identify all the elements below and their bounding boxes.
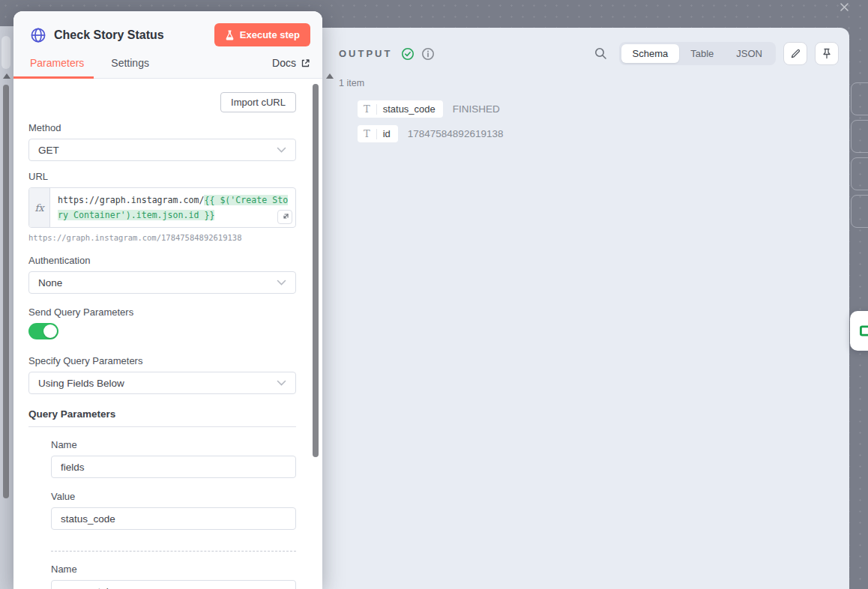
input-panel-edge: [0, 26, 13, 589]
authentication-value: None: [38, 277, 62, 289]
scroll-up-arrow[interactable]: [326, 73, 334, 79]
toggle-knob: [43, 324, 57, 338]
settings-panel-scrollbar[interactable]: [313, 84, 319, 457]
pin-icon: [822, 48, 832, 59]
background-node-outline: [851, 82, 868, 115]
url-expression-text[interactable]: https://graph.instagram.com/{{ $('Create…: [50, 188, 295, 227]
docs-link[interactable]: Docs: [272, 57, 310, 69]
pill-divider: [376, 104, 377, 115]
flask-icon: [225, 30, 235, 40]
authentication-label: Authentication: [28, 255, 296, 266]
output-header: OUTPUT Schema Table JSON: [339, 42, 839, 65]
edit-output-button[interactable]: [783, 42, 807, 65]
url-resolved-preview: https://graph.instagram.com/178475848926…: [28, 233, 296, 242]
url-expression-field[interactable]: fx https://graph.instagram.com/{{ $('Cre…: [28, 187, 296, 228]
scroll-up-arrow[interactable]: [3, 73, 10, 79]
param-name-input[interactable]: [51, 580, 296, 589]
param-value-input[interactable]: [51, 507, 296, 530]
background-node-outline: [851, 157, 868, 190]
pencil-icon: [790, 48, 801, 59]
schema-value: 17847584892619138: [408, 128, 504, 139]
pin-data-button[interactable]: [815, 42, 839, 65]
param-name-input[interactable]: [51, 456, 296, 478]
text-type-icon: T: [364, 129, 370, 139]
parameters-form: Import cURL Method GET URL fx https://gr…: [13, 79, 322, 589]
edge-floating-button[interactable]: [850, 311, 868, 351]
schema-key-pill[interactable]: T id: [358, 125, 398, 142]
method-value: GET: [38, 145, 59, 156]
query-parameter-item: Name Value: [51, 439, 296, 530]
method-label: Method: [28, 122, 296, 133]
parameter-divider: [51, 551, 296, 552]
chevron-down-icon: [277, 280, 286, 286]
schema-view: T status_code FINISHED T id 178475848926…: [358, 100, 839, 143]
specify-query-parameters-value: Using Fields Below: [38, 378, 124, 389]
pill-divider: [376, 129, 377, 139]
tab-schema[interactable]: Schema: [621, 44, 680, 63]
param-name-label: Name: [51, 564, 296, 575]
open-expression-editor-button[interactable]: [277, 210, 292, 224]
url-plain-part: https://graph.instagram.com/: [58, 195, 204, 205]
tab-json[interactable]: JSON: [725, 44, 774, 63]
input-panel-scrollbar[interactable]: [3, 85, 9, 498]
schema-key: id: [383, 128, 391, 139]
specify-query-parameters-label: Specify Query Parameters: [28, 355, 296, 366]
authentication-select[interactable]: None: [28, 271, 296, 294]
send-query-parameters-toggle[interactable]: [28, 323, 58, 339]
expand-expression-icon: [281, 213, 289, 221]
close-icon[interactable]: [839, 1, 850, 13]
query-parameters-section-title: Query Parameters: [28, 408, 296, 427]
param-name-label: Name: [51, 439, 296, 450]
active-tab-underline: [13, 76, 94, 79]
method-select[interactable]: GET: [28, 139, 296, 161]
output-panel: OUTPUT Schema Table JSON: [322, 28, 849, 589]
check-circle-icon: [401, 47, 415, 61]
tab-parameters[interactable]: Parameters: [30, 57, 84, 69]
output-title: OUTPUT: [339, 48, 392, 59]
schema-value: FINISHED: [453, 103, 500, 115]
output-view-switcher: Schema Table JSON: [619, 42, 776, 65]
globe-icon: [30, 27, 46, 43]
import-curl-button[interactable]: Import cURL: [220, 92, 296, 112]
schema-row[interactable]: T id 17847584892619138: [358, 124, 839, 143]
tab-table[interactable]: Table: [679, 44, 725, 63]
external-link-icon: [301, 58, 310, 68]
fx-badge: fx: [29, 188, 50, 227]
output-items-count: 1 item: [339, 78, 839, 88]
specify-query-parameters-select[interactable]: Using Fields Below: [28, 372, 296, 394]
docs-link-label: Docs: [272, 57, 296, 69]
background-node-outline: [851, 120, 868, 153]
query-parameter-item: Name: [51, 564, 296, 589]
send-query-parameters-label: Send Query Parameters: [28, 306, 296, 318]
param-value-label: Value: [51, 491, 296, 502]
chevron-down-icon: [277, 147, 286, 153]
schema-key: status_code: [383, 103, 435, 115]
execute-step-label: Execute step: [240, 29, 300, 40]
input-panel-edge-block: [1, 36, 10, 69]
tab-settings[interactable]: Settings: [111, 57, 149, 69]
execute-step-button[interactable]: Execute step: [214, 23, 310, 46]
node-settings-header: Check Story Status Execute step Paramete…: [13, 11, 322, 79]
node-title[interactable]: Check Story Status: [54, 28, 164, 42]
green-square-logo-icon: [860, 325, 868, 336]
chevron-down-icon: [277, 380, 286, 386]
url-label: URL: [28, 171, 296, 182]
text-type-icon: T: [364, 104, 370, 114]
schema-key-pill[interactable]: T status_code: [358, 100, 443, 118]
schema-row[interactable]: T status_code FINISHED: [358, 100, 839, 118]
node-settings-panel: Check Story Status Execute step Paramete…: [13, 11, 322, 589]
settings-tab-bar: Parameters Settings Docs: [13, 46, 322, 78]
background-node-outline: [851, 195, 868, 228]
info-circle-icon[interactable]: [421, 47, 435, 61]
search-icon[interactable]: [594, 47, 607, 60]
